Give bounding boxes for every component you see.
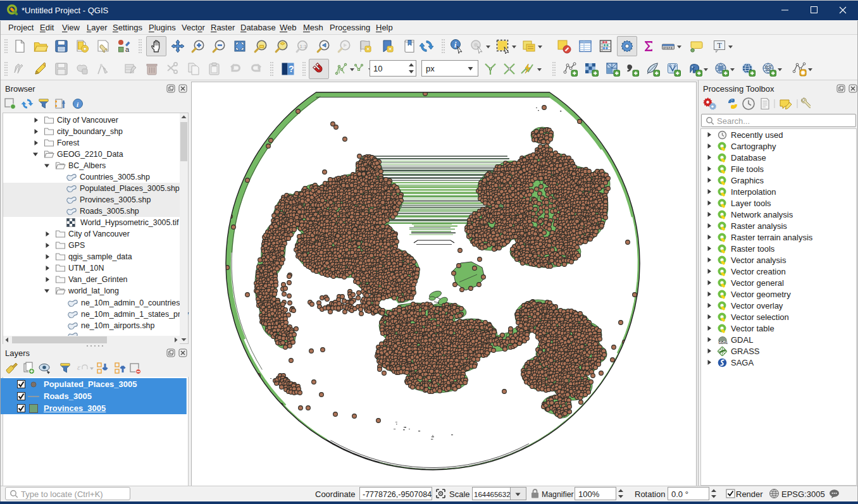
svg-text:ε: ε — [77, 362, 81, 372]
svg-text:GDAL: GDAL — [719, 341, 728, 345]
svg-text:a: a — [125, 46, 130, 53]
svg-text:?: ? — [289, 64, 294, 74]
svg-text:T: T — [718, 41, 723, 50]
svg-text:1:1: 1:1 — [300, 44, 308, 49]
